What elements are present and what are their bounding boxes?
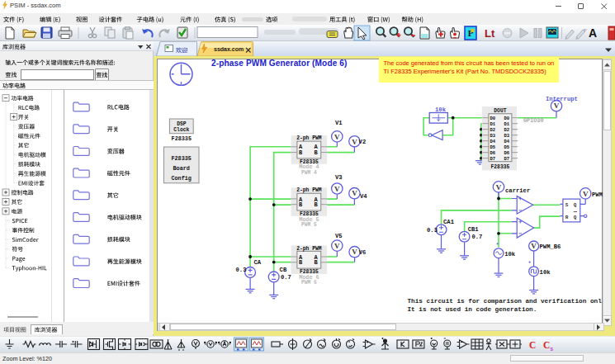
svg-text:2-ph PWM: 2-ph PWM [296, 187, 321, 193]
svg-text:2-ph PWM: 2-ph PWM [296, 246, 321, 252]
svg-text:D5: D5 [490, 144, 496, 150]
svg-text:V: V [554, 102, 560, 110]
svg-text:V: V [352, 189, 357, 197]
svg-text:Clock: Clock [173, 127, 189, 133]
svg-text:D6: D6 [504, 150, 510, 156]
svg-text:Q: Q [574, 215, 577, 220]
svg-text:V: V [496, 183, 502, 191]
svg-text:It is not used in code generat: It is not used in code generation. [408, 306, 537, 313]
svg-text:2-ph PWM: 2-ph PWM [296, 135, 321, 141]
svg-text:C: C [529, 340, 536, 350]
svg-text:V2: V2 [359, 139, 367, 145]
svg-text:PWM_B6: PWM_B6 [540, 243, 561, 250]
svg-text:0.3: 0.3 [236, 267, 247, 273]
svg-text:V1: V1 [335, 120, 343, 126]
svg-text:D5: D5 [504, 144, 510, 150]
svg-text:D7: D7 [490, 156, 496, 162]
svg-text:V6: V6 [359, 249, 367, 256]
svg-text:0.7: 0.7 [281, 274, 291, 281]
svg-text:F28335: F28335 [171, 155, 191, 162]
svg-text:GPIO30: GPIO30 [523, 117, 543, 124]
svg-text:V5: V5 [335, 233, 343, 239]
svg-text:V: V [334, 242, 340, 250]
svg-text:Board: Board [173, 165, 189, 172]
svg-text:D4: D4 [504, 139, 510, 144]
svg-text:CB: CB [280, 267, 287, 273]
svg-text:CA1: CA1 [443, 219, 455, 225]
svg-text:Config: Config [171, 175, 191, 182]
svg-text:C: C [543, 340, 550, 350]
svg-text:V3: V3 [335, 174, 343, 181]
svg-text:carrier: carrier [505, 187, 530, 194]
svg-text:PWM: PWM [592, 191, 603, 198]
svg-text:V4: V4 [360, 193, 367, 200]
svg-text:V: V [334, 185, 340, 193]
svg-text:10k: 10k [540, 269, 551, 276]
svg-text:D7: D7 [504, 156, 510, 162]
svg-text:V: V [334, 133, 340, 141]
svg-text:PWM 6: PWM 6 [301, 280, 317, 286]
svg-text:S: S [565, 202, 569, 208]
svg-text:Q: Q [574, 202, 577, 208]
svg-text:A: A [589, 26, 597, 40]
svg-text:D6: D6 [490, 150, 496, 156]
svg-text:This circuit is for comparison: This circuit is for comparison and verif… [408, 298, 603, 305]
svg-text:0.3: 0.3 [427, 227, 438, 234]
svg-text:10k: 10k [504, 251, 516, 258]
svg-text:D0: D0 [504, 116, 510, 121]
svg-text:Interrupt: Interrupt [546, 96, 578, 102]
svg-text:V: V [531, 242, 537, 250]
svg-text:F28335: F28335 [491, 164, 510, 170]
svg-text:DOUT: DOUT [494, 108, 506, 114]
svg-text:10k: 10k [435, 106, 447, 113]
svg-text:CA: CA [254, 259, 262, 266]
svg-text:R: R [565, 215, 569, 220]
svg-text:D2: D2 [490, 127, 496, 133]
svg-text:PWM 5: PWM 5 [301, 222, 317, 228]
svg-text:CB1: CB1 [468, 226, 480, 233]
svg-text:D1: D1 [490, 121, 496, 127]
svg-text:D4: D4 [490, 139, 496, 144]
svg-text:V: V [352, 138, 357, 146]
svg-text:Lt: Lt [485, 27, 495, 40]
svg-text:s: s [551, 346, 554, 352]
svg-text:V: V [583, 190, 589, 198]
svg-text:D2: D2 [504, 127, 510, 133]
svg-text:DSP: DSP [177, 121, 187, 127]
svg-text:PWM 4: PWM 4 [301, 170, 317, 176]
svg-text:D3: D3 [504, 133, 510, 139]
svg-text:V: V [352, 248, 357, 256]
svg-text:D0: D0 [490, 116, 496, 121]
svg-text:F28335: F28335 [172, 135, 192, 142]
svg-text:D1: D1 [504, 121, 510, 127]
svg-text:0.7: 0.7 [471, 234, 482, 240]
svg-text:D3: D3 [490, 133, 496, 139]
